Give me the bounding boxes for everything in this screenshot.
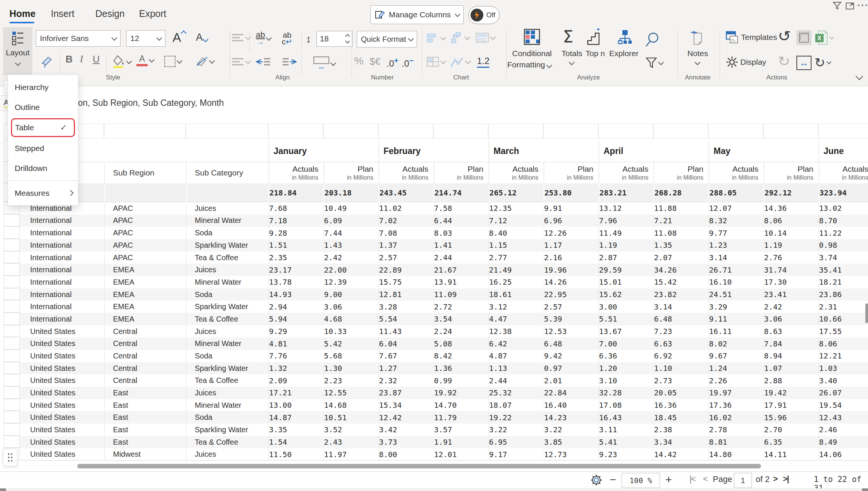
templates-button[interactable]: Templates [726, 31, 777, 44]
value-cell[interactable]: 7.84 [764, 337, 819, 350]
value-cell[interactable]: 2.31 [819, 300, 868, 313]
value-cell[interactable]: 14.87 [269, 411, 324, 424]
value-cell[interactable]: 2.73 [654, 374, 709, 387]
value-cell[interactable]: 2.24 [434, 325, 489, 338]
value-cell[interactable]: 2.88 [764, 374, 819, 387]
value-cell[interactable]: 0.99 [434, 374, 489, 387]
value-cell[interactable]: 2.44 [489, 374, 544, 387]
value-cell[interactable]: 3.52 [324, 424, 379, 436]
fit-to-width-button[interactable]: ↔ [796, 56, 811, 70]
value-cell[interactable]: 11.79 [434, 411, 489, 424]
totals-cell[interactable]: 218.84 [269, 183, 324, 202]
value-cell[interactable]: 14.42 [654, 448, 709, 461]
region-cell[interactable]: United States [20, 362, 104, 375]
value-cell[interactable]: 7.23 [654, 325, 709, 338]
value-cell[interactable]: 11.88 [654, 202, 709, 215]
value-cell[interactable]: 14.80 [709, 448, 764, 461]
font-name-select[interactable]: Inforiver Sans [36, 30, 121, 47]
totals-cell[interactable]: 323.94 [819, 183, 868, 202]
sub-category-cell[interactable]: Mineral Water [186, 215, 269, 227]
value-cell[interactable]: 7.02 [379, 215, 434, 227]
measure-header[interactable]: Planin Millions [654, 162, 709, 183]
sub-region-cell[interactable]: Central [104, 362, 186, 375]
sub-category-header[interactable]: Sub Category [186, 162, 269, 183]
totals-cell[interactable]: 292.12 [764, 183, 819, 202]
zoom-in-button[interactable]: + [665, 473, 672, 486]
value-cell[interactable]: 1.43 [324, 239, 379, 252]
borders-button[interactable] [164, 56, 182, 67]
value-cell[interactable]: 7.68 [269, 202, 324, 215]
value-cell[interactable]: 2.46 [819, 424, 868, 436]
notes-icon[interactable] [690, 30, 705, 46]
value-cell[interactable]: 8.94 [764, 350, 819, 362]
number-scale-button[interactable]: 1.2 [477, 56, 489, 68]
sub-category-cell[interactable]: Sparkling Water [186, 362, 269, 375]
value-cell[interactable]: 29.59 [599, 264, 654, 276]
value-cell[interactable]: 17.30 [764, 276, 819, 288]
value-cell[interactable]: 2.78 [709, 424, 764, 436]
value-cell[interactable]: 2.35 [269, 252, 324, 264]
value-cell[interactable]: 9.91 [544, 202, 599, 215]
value-cell[interactable]: 3.54 [434, 313, 489, 325]
value-cell[interactable]: 3.85 [544, 436, 599, 448]
value-cell[interactable]: 23.82 [654, 288, 709, 301]
menu-item-drilldown[interactable]: Drilldown [8, 158, 78, 178]
sub-category-cell[interactable]: Juices [186, 202, 269, 215]
value-cell[interactable]: 16.36 [654, 399, 709, 412]
value-cell[interactable]: 12.38 [489, 325, 544, 338]
value-cell[interactable]: 3.57 [434, 424, 489, 436]
month-header[interactable]: April [599, 140, 709, 162]
wrap-text-button[interactable]: abc↵ [282, 32, 292, 45]
value-cell[interactable]: 11.49 [599, 227, 654, 239]
measure-header[interactable]: Planin Millions [544, 162, 599, 183]
bold-button[interactable]: B [66, 53, 73, 65]
month-header[interactable]: May [709, 140, 819, 162]
value-cell[interactable]: 7.58 [434, 202, 489, 215]
value-cell[interactable]: 3.40 [819, 374, 868, 387]
value-cell[interactable]: 7.76 [269, 350, 324, 362]
value-cell[interactable]: 12.21 [819, 350, 868, 362]
value-cell[interactable]: 10.51 [324, 411, 379, 424]
sub-category-cell[interactable]: Juices [186, 325, 269, 338]
value-cell[interactable]: 8.81 [709, 436, 764, 448]
value-cell[interactable]: 3.00 [599, 300, 654, 313]
hierarchy-chart-button[interactable] [451, 32, 469, 44]
horizontal-scrollbar[interactable] [77, 464, 761, 468]
increase-indent-button[interactable] [282, 56, 297, 67]
region-cell[interactable]: International [20, 252, 104, 264]
explorer-icon[interactable] [617, 29, 632, 44]
value-cell[interactable]: 7.21 [654, 215, 709, 227]
value-cell[interactable]: 11.09 [434, 288, 489, 301]
value-cell[interactable]: 4.87 [489, 350, 544, 362]
sub-category-cell[interactable]: Mineral Water [186, 276, 269, 288]
decrease-font-button[interactable]: A [196, 32, 208, 43]
value-cell[interactable]: 6.92 [654, 350, 709, 362]
value-cell[interactable]: 3.73 [379, 436, 434, 448]
value-cell[interactable]: 19.97 [709, 387, 764, 399]
menu-item-table[interactable]: Table✓ [11, 118, 75, 137]
font-size-select[interactable]: 12 [126, 30, 165, 47]
value-cell[interactable]: 12.01 [434, 448, 489, 461]
sub-region-cell[interactable]: APAC [104, 227, 186, 239]
value-cell[interactable]: 1.54 [269, 436, 324, 448]
value-cell[interactable]: 15.96 [764, 411, 819, 424]
value-cell[interactable]: 22.95 [544, 288, 599, 301]
value-cell[interactable]: 11.22 [819, 227, 868, 239]
value-cell[interactable]: 3.29 [709, 300, 764, 313]
horizontal-align-button[interactable] [231, 57, 250, 66]
value-cell[interactable]: 13.67 [599, 325, 654, 338]
value-cell[interactable]: 3.06 [764, 313, 819, 325]
value-cell[interactable]: 7.18 [269, 215, 324, 227]
tab-design[interactable]: Design [95, 8, 125, 19]
region-cell[interactable]: United States [20, 374, 104, 387]
sub-category-cell[interactable]: Soda [186, 227, 269, 239]
value-cell[interactable]: 2.23 [324, 374, 379, 387]
table-chart-button[interactable] [426, 56, 445, 67]
value-cell[interactable]: 14.26 [544, 276, 599, 288]
sub-category-cell[interactable]: Sparkling Water [186, 239, 269, 252]
totals-cell[interactable]: 243.45 [379, 183, 434, 202]
value-cell[interactable]: 1.41 [434, 239, 489, 252]
tab-export[interactable]: Export [139, 8, 166, 19]
value-cell[interactable]: 22.84 [544, 387, 599, 399]
measure-header[interactable]: Actualsin Millions [819, 162, 868, 183]
